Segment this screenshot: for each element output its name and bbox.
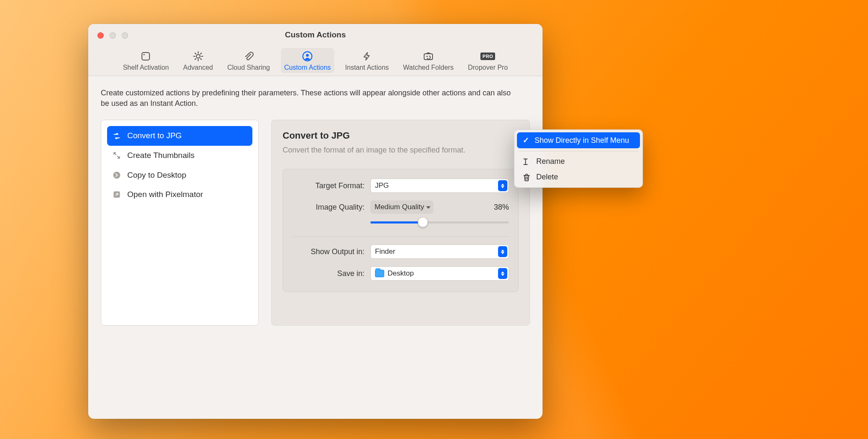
show-output-value: Finder <box>375 247 395 257</box>
divider <box>292 237 509 237</box>
tab-custom-actions[interactable]: Custom Actions <box>281 48 334 73</box>
action-label: Open with Pixelmator <box>127 189 203 200</box>
convert-icon <box>112 131 121 141</box>
action-item-copy-to-desktop[interactable]: Copy to Desktop <box>107 166 252 185</box>
slider-fill <box>370 221 423 223</box>
window-title: Custom Actions <box>88 30 543 39</box>
bolt-icon <box>361 50 373 62</box>
trash-icon <box>522 173 531 181</box>
menu-label: Show Directly in Shelf Menu <box>535 136 629 145</box>
menu-show-in-shelf[interactable]: ✓ Show Directly in Shelf Menu <box>517 132 640 148</box>
label-target-format: Target Format: <box>292 181 370 191</box>
action-item-convert-to-jpg[interactable]: Convert to JPG <box>107 126 252 146</box>
action-item-open-with-pixelmator[interactable]: Open with Pixelmator <box>107 185 252 205</box>
check-icon: ✓ <box>522 136 530 145</box>
chevron-updown-icon <box>498 246 507 257</box>
label-save-in: Save in: <box>292 268 370 279</box>
gear-icon <box>192 50 204 62</box>
tab-label: Advanced <box>183 64 213 71</box>
preferences-window: Custom Actions Shelf Activation Advanced… <box>88 24 543 419</box>
tab-label: Dropover Pro <box>468 64 508 71</box>
pro-badge: PRO <box>482 50 494 62</box>
detail-subtitle: Convert the format of an image to the sp… <box>283 145 519 155</box>
quality-slider[interactable] <box>370 216 509 229</box>
shelf-icon <box>140 50 152 62</box>
actions-list: Convert to JPG Create Thumbnails Copy to… <box>101 120 259 326</box>
action-label: Create Thumbnails <box>127 150 194 161</box>
detail-form: Target Format: JPG Image Quality: <box>283 169 519 292</box>
action-label: Copy to Desktop <box>127 170 186 181</box>
menu-delete[interactable]: Delete <box>517 169 640 185</box>
save-in-value: Desktop <box>388 268 414 279</box>
context-menu: ✓ Show Directly in Shelf Menu Rename Del… <box>514 129 643 188</box>
menu-label: Delete <box>536 173 558 181</box>
show-output-popup[interactable]: Finder <box>370 244 509 259</box>
detail-title: Convert to JPG <box>283 129 519 142</box>
label-show-output: Show Output in: <box>292 247 370 257</box>
open-external-icon <box>112 190 121 199</box>
tab-shelf-activation[interactable]: Shelf Activation <box>120 48 172 73</box>
label-image-quality: Image Quality: <box>292 202 370 213</box>
action-detail-panel: Convert to JPG Convert the format of an … <box>271 120 530 326</box>
tab-label: Cloud Sharing <box>227 64 270 71</box>
collapse-icon <box>112 151 121 160</box>
target-format-value: JPG <box>375 181 389 191</box>
arrow-right-icon <box>112 171 121 180</box>
titlebar: Custom Actions Shelf Activation Advanced… <box>88 24 543 76</box>
tab-cloud-sharing[interactable]: Cloud Sharing <box>224 48 273 73</box>
page-description: Create customized actions by predefining… <box>101 88 521 109</box>
chevron-updown-icon <box>498 268 507 279</box>
menu-label: Rename <box>536 157 565 166</box>
paperclip-icon <box>243 50 254 62</box>
menu-separator <box>519 151 638 151</box>
svg-rect-0 <box>142 53 149 60</box>
tab-label: Instant Actions <box>345 64 389 71</box>
quality-preset-popup[interactable]: Medium Quality <box>370 200 433 214</box>
rename-icon <box>522 158 531 166</box>
svg-point-2 <box>196 55 200 58</box>
save-in-popup[interactable]: Desktop <box>370 266 509 281</box>
target-format-popup[interactable]: JPG <box>370 179 509 193</box>
tab-label: Custom Actions <box>284 64 331 71</box>
tab-dropover-pro[interactable]: PRO Dropover Pro <box>464 48 511 73</box>
tab-advanced[interactable]: Advanced <box>180 48 216 73</box>
tab-instant-actions[interactable]: Instant Actions <box>342 48 392 73</box>
tab-label: Watched Folders <box>403 64 454 71</box>
action-label: Convert to JPG <box>127 130 182 142</box>
quality-preset-value: Medium Quality <box>375 203 424 211</box>
quality-percent: 38% <box>494 202 509 213</box>
chevron-updown-icon <box>498 180 507 191</box>
folder-icon <box>375 270 384 277</box>
camera-icon <box>422 50 434 62</box>
window-body: Create customized actions by predefining… <box>88 76 543 326</box>
action-item-create-thumbnails[interactable]: Create Thumbnails <box>107 146 252 166</box>
toolbar-tabs: Shelf Activation Advanced Cloud Sharing … <box>88 48 543 73</box>
menu-rename[interactable]: Rename <box>517 154 640 169</box>
tab-label: Shelf Activation <box>123 64 169 71</box>
slider-thumb[interactable] <box>418 217 428 227</box>
svg-point-6 <box>113 172 121 179</box>
tab-watched-folders[interactable]: Watched Folders <box>400 48 457 73</box>
person-circle-icon <box>302 50 313 62</box>
svg-point-4 <box>306 54 309 57</box>
svg-point-1 <box>144 54 145 55</box>
